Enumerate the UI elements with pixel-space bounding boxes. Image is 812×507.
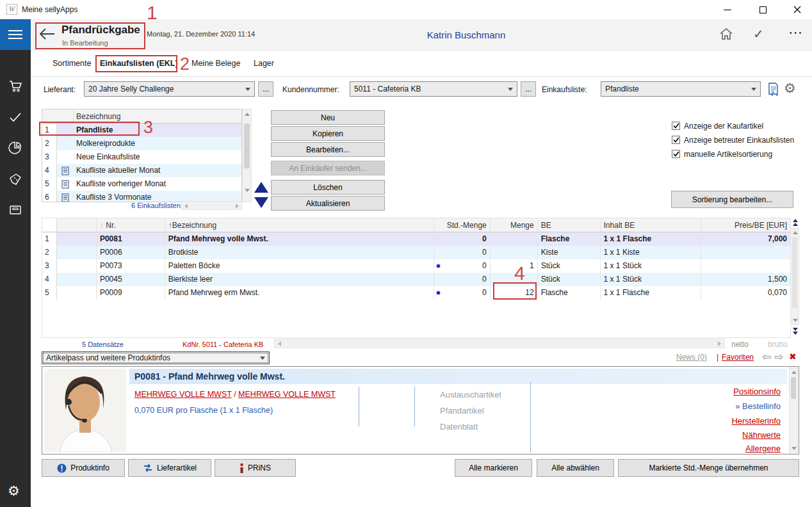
bearbeiten-button[interactable]: Bearbeiten... bbox=[271, 142, 385, 157]
table-vertical-scrollbar[interactable] bbox=[790, 228, 799, 325]
category-link[interactable]: MEHRWEG VOLLE MWST bbox=[134, 390, 232, 399]
herstellerinfo-link[interactable]: Herstellerinfo bbox=[731, 416, 781, 426]
page-title: Pfandrückgabe bbox=[61, 24, 140, 36]
price-tag-icon[interactable] bbox=[8, 172, 22, 186]
list-item[interactable]: 4 Kaufliste aktueller Monat bbox=[42, 164, 241, 177]
menge-cell[interactable] bbox=[491, 232, 538, 246]
more-options-icon[interactable]: ⋯ bbox=[788, 24, 802, 41]
menge-cell[interactable] bbox=[491, 273, 538, 286]
list-settings-gear-icon[interactable]: ⚙ bbox=[784, 81, 796, 96]
minimize-button[interactable] bbox=[713, 0, 742, 19]
tab-meine-belege[interactable]: Meine Belege bbox=[191, 59, 240, 68]
list-item-label: Pfandliste bbox=[74, 124, 241, 137]
list-vertical-scrollbar[interactable] bbox=[242, 109, 252, 202]
col-inhalt-be[interactable]: Inhalt BE bbox=[601, 218, 702, 232]
col-nr[interactable]: ↑ Nr. bbox=[97, 218, 165, 232]
settings-gear-icon[interactable]: ⚙ bbox=[8, 483, 20, 499]
confirm-check-icon[interactable]: ✓ bbox=[753, 26, 764, 42]
table-row[interactable]: 4 P0045 Bierkiste leer 0 Stück 1 x 1 Stü… bbox=[42, 273, 790, 286]
produktinfo-select[interactable]: Artikelpass und weitere Produktinfos bbox=[42, 351, 270, 364]
prins-button[interactable]: PRiNS bbox=[215, 459, 296, 477]
datenblatt-item[interactable]: Datenblatt bbox=[440, 422, 478, 431]
lieferant-select[interactable]: 20 Jahre Selly Challenge bbox=[84, 81, 255, 97]
std-menge-uebernehmen-button[interactable]: Markierte Std.-Menge übernehmen bbox=[618, 459, 799, 477]
product-panel-scrollbar[interactable] bbox=[789, 367, 798, 453]
kopieren-button[interactable]: Kopieren bbox=[271, 126, 385, 141]
back-arrow-button[interactable] bbox=[37, 26, 56, 42]
naehrwerte-link[interactable]: Nährwerte bbox=[742, 430, 781, 440]
scroll-to-top-button[interactable] bbox=[793, 219, 798, 226]
checkbox-anzeige-kaufartikel[interactable] bbox=[672, 122, 680, 130]
loeschen-button[interactable]: Löschen bbox=[271, 180, 385, 195]
news-link[interactable]: News (0) bbox=[676, 353, 707, 362]
move-up-arrow-button[interactable] bbox=[254, 182, 268, 193]
prev-arrow-icon[interactable]: ⇦ bbox=[762, 350, 771, 364]
lieferant-more-button[interactable]: ... bbox=[258, 81, 273, 97]
table-row[interactable]: 1 P0081 Pfand Mehrweg volle Mwst. 0 Flas… bbox=[42, 232, 790, 246]
list-item-label: Kaufliste aktueller Monat bbox=[74, 164, 241, 177]
brutto-toggle[interactable]: brutto bbox=[768, 340, 788, 349]
checkbox-label[interactable]: Anzeige betreuter Einkaufslisten bbox=[684, 136, 794, 145]
checkbox-label[interactable]: Anzeige der Kaufartikel bbox=[684, 122, 763, 131]
table-row[interactable]: 5 P0009 Pfand Mehrweg erm Mwst. 0 12 Fla… bbox=[42, 286, 790, 300]
list-horizontal-scrollbar[interactable] bbox=[181, 201, 242, 210]
sortierung-bearbeiten-button[interactable]: Sortierung bearbeiten... bbox=[671, 191, 793, 208]
menge-cell[interactable]: 1 bbox=[491, 259, 538, 273]
kundennummer-more-button[interactable]: ... bbox=[521, 81, 536, 97]
hamburger-menu-button[interactable] bbox=[0, 19, 31, 50]
scroll-to-bottom-button[interactable] bbox=[793, 328, 798, 335]
cart-icon[interactable] bbox=[8, 79, 22, 93]
favoriten-link[interactable]: Favoriten bbox=[722, 353, 754, 362]
header-datetime: Montag, 21. Dezember 2020 11:14 bbox=[147, 30, 255, 38]
checkbox-betreute-einkaufslisten[interactable] bbox=[672, 136, 680, 144]
einkaufsliste-select[interactable]: Pfandliste bbox=[601, 81, 761, 97]
positionsinfo-link[interactable]: Positionsinfo bbox=[733, 387, 781, 396]
aktualisieren-button[interactable]: Aktualisieren bbox=[271, 196, 385, 211]
list-item[interactable]: 5 Kaufliste vorheriger Monat bbox=[42, 177, 241, 191]
lieferartikel-button[interactable]: Lieferartikel bbox=[128, 459, 211, 477]
register-book-icon[interactable] bbox=[8, 203, 22, 217]
category-link[interactable]: MEHRWEG VOLLE MWST bbox=[238, 390, 336, 399]
kundennummer-select[interactable]: 5011 - Cafeteria KB bbox=[350, 81, 517, 97]
close-button[interactable] bbox=[783, 0, 812, 19]
produktinfo-button[interactable]: Produktinfo bbox=[42, 459, 125, 477]
menge-cell[interactable] bbox=[491, 246, 538, 259]
col-bezeichnung[interactable]: ↑Bezeichnung bbox=[165, 218, 434, 232]
home-icon[interactable] bbox=[719, 27, 734, 41]
alle-abwaehlen-button[interactable]: Alle abwählen bbox=[537, 459, 614, 477]
move-down-arrow-button[interactable] bbox=[254, 197, 268, 208]
alle-markieren-button[interactable]: Alle markieren bbox=[455, 459, 532, 477]
col-std-menge[interactable]: Std.-Menge bbox=[443, 218, 491, 232]
product-price: 0,070 EUR pro Flasche (1 x 1 Flasche) bbox=[134, 406, 273, 415]
col-menge[interactable]: Menge bbox=[491, 218, 538, 232]
neu-button[interactable]: Neu bbox=[271, 110, 385, 125]
checkbox-label[interactable]: manuelle Artikelsortierung bbox=[684, 150, 772, 159]
netto-toggle[interactable]: netto bbox=[731, 340, 749, 349]
col-bezeichnung[interactable]: Bezeichnung bbox=[74, 109, 120, 123]
list-item[interactable]: 3 Neue Einkaufsliste bbox=[42, 150, 241, 164]
col-preis[interactable]: Preis/BE [EUR] bbox=[701, 218, 790, 232]
austauschartikel-item[interactable]: Austauschartikel bbox=[440, 390, 501, 399]
next-arrow-icon[interactable]: ⇨ bbox=[774, 350, 783, 364]
table-row[interactable]: 3 P0073 Paletten Böcke 0 1 Stück 1 x 1 S… bbox=[42, 259, 790, 273]
list-doc-icon bbox=[61, 166, 69, 175]
col-be[interactable]: BE bbox=[538, 218, 601, 232]
checkbox-artikelsortierung[interactable] bbox=[672, 150, 680, 158]
pfandartikel-item[interactable]: Pfandartikel bbox=[440, 406, 484, 415]
allergene-link[interactable]: Allergene bbox=[745, 444, 781, 453]
tab-lager[interactable]: Lager bbox=[254, 59, 274, 68]
close-info-icon[interactable]: ✖ bbox=[789, 351, 797, 362]
tab-einkaufslisten[interactable]: Einkaufslisten (EKL) bbox=[100, 59, 178, 68]
bestellinfo-link[interactable]: » Bestellinfo bbox=[735, 401, 781, 411]
table-horizontal-scrollbar[interactable] bbox=[274, 339, 725, 348]
articles-table: ↑ Nr. ↑Bezeichnung Std.-Menge Menge BE I… bbox=[42, 218, 791, 338]
new-list-icon[interactable] bbox=[766, 82, 780, 96]
menge-cell[interactable]: 12 bbox=[491, 286, 538, 300]
maximize-button[interactable] bbox=[748, 0, 777, 19]
tab-sortimente[interactable]: Sortimente bbox=[53, 59, 91, 68]
list-item[interactable]: 2 Molkereiprodukte bbox=[42, 137, 241, 150]
pie-chart-icon[interactable] bbox=[8, 141, 22, 155]
table-row[interactable]: 2 P0006 Brotkiste 0 Kiste 1 x 1 Kiste bbox=[42, 246, 790, 259]
list-item[interactable]: 1 Pfandliste bbox=[42, 124, 241, 137]
check-task-icon[interactable] bbox=[8, 110, 22, 124]
